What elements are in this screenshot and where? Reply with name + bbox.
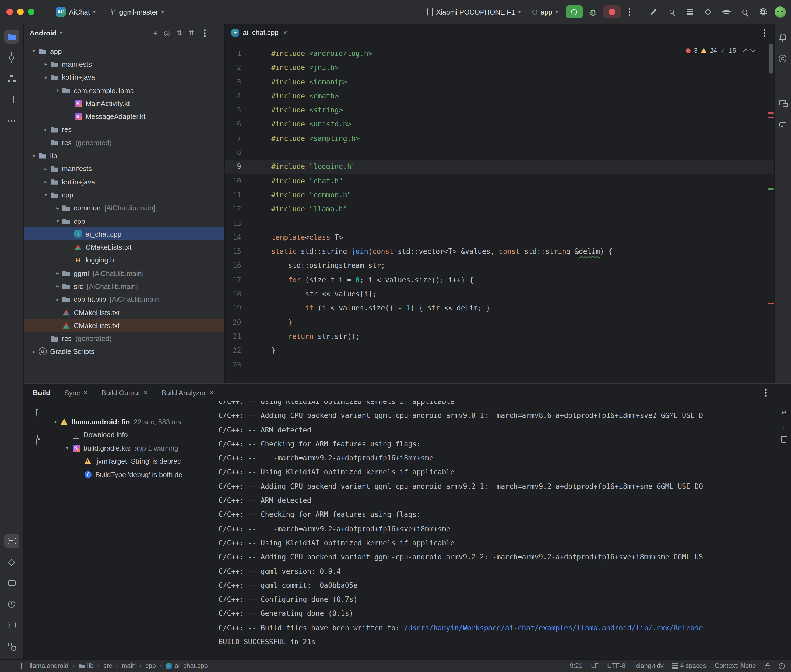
inspections-widget[interactable]: 3 24 ✓ 15 — [682, 46, 757, 55]
more-actions-icon[interactable] — [626, 6, 633, 17]
line-number[interactable]: 15 — [225, 245, 241, 259]
tree-item-download-info[interactable]: Download info — [47, 428, 208, 442]
breadcrumb-item-lib[interactable]: lib — [78, 662, 94, 670]
search-everywhere-icon[interactable] — [738, 5, 752, 18]
commit-tool-button[interactable] — [4, 51, 19, 64]
breadcrumb-item-main[interactable]: main — [122, 662, 136, 670]
tree-item-cmakelists-txt[interactable]: CMakeLists.txt — [24, 306, 225, 319]
line-number[interactable]: 12 — [225, 203, 241, 217]
line-number[interactable]: 10 — [225, 174, 241, 188]
error-stripe-mark[interactable] — [768, 188, 773, 190]
line-number[interactable]: 20 — [225, 315, 241, 330]
tree-item-llama-android-fin[interactable]: ▾llama.android: fin22 sec, 583 ms — [47, 415, 208, 428]
close-window-button[interactable] — [6, 9, 13, 15]
line-number[interactable]: 17 — [225, 273, 241, 288]
code-line[interactable]: 15static std::string join(const std::vec… — [225, 245, 774, 259]
code-line[interactable]: 8 — [225, 146, 774, 160]
prev-issue-icon[interactable] — [743, 49, 748, 54]
scroll-to-end-icon[interactable]: ↓ — [782, 423, 786, 429]
branch-widget[interactable]: ggml-master ▾ — [105, 4, 168, 20]
line-number[interactable]: 13 — [225, 216, 241, 231]
tree-item-logging-h[interactable]: logging.h — [24, 254, 225, 267]
tree-item-manifests[interactable]: ▸manifests — [24, 58, 225, 71]
code-line[interactable]: 4#include <cmath> — [225, 89, 774, 104]
build-tab-build-output[interactable]: Build Output× — [101, 389, 148, 397]
tree-item-common[interactable]: ▸common[AiChat.lib.main] — [24, 202, 225, 214]
status-item-9-21[interactable]: 9:21 — [570, 662, 582, 670]
view-options-icon[interactable] — [35, 438, 37, 446]
search-actions-icon[interactable] — [664, 5, 679, 18]
editor-tab-ai-chat-cpp[interactable]: ai_chat.cpp × — [225, 24, 294, 41]
tree-item-lib[interactable]: ▾lib — [24, 149, 225, 162]
code-line[interactable]: 11#include "common.h" — [225, 188, 774, 203]
close-icon[interactable]: × — [144, 389, 148, 396]
status-item-lf[interactable]: LF — [591, 662, 598, 670]
logcat-tool-button[interactable] — [4, 534, 19, 548]
layout-inspector-tool-button[interactable] — [775, 96, 790, 110]
line-number[interactable]: 5 — [225, 103, 241, 117]
breadcrumb-item-cpp[interactable]: cpp — [145, 662, 156, 670]
project-widget[interactable]: AC AiChat ▾ — [52, 4, 100, 20]
code-line[interactable]: 21 return str.str(); — [225, 330, 774, 344]
device-selector[interactable]: Xiaomi POCOPHONE F1 ▾ — [423, 4, 525, 20]
tree-item-res[interactable]: res(generated) — [24, 332, 225, 345]
tree-item-res[interactable]: ▸res — [24, 123, 225, 136]
close-icon[interactable]: × — [84, 389, 87, 396]
error-stripe-mark[interactable] — [768, 303, 773, 304]
code-line[interactable]: 3#include <iomanip> — [225, 75, 774, 89]
tree-item-cpp-httplib[interactable]: ▸cpp-httplib[AiChat.lib.main] — [24, 293, 225, 306]
status-item-clang-tidy[interactable]: .clang-tidy — [634, 662, 663, 670]
running-devices-tool-button[interactable] — [4, 576, 19, 590]
stop-button[interactable] — [603, 5, 620, 18]
ai-assistant-icon[interactable] — [646, 5, 660, 18]
run-button[interactable] — [565, 5, 583, 18]
soft-wrap-icon[interactable]: ↵ — [781, 409, 787, 416]
code-line[interactable]: 18 str << values[i]; — [225, 287, 774, 301]
tree-item-src[interactable]: ▸src[AiChat.lib.main] — [24, 280, 225, 293]
more-tool-windows-button[interactable] — [4, 114, 19, 128]
line-number[interactable]: 22 — [225, 344, 241, 358]
settings-gear-icon[interactable] — [756, 5, 770, 18]
collapse-all-icon[interactable]: ⇈ — [189, 29, 194, 37]
terminal-tool-button[interactable] — [4, 618, 19, 632]
user-avatar[interactable] — [774, 6, 786, 18]
line-number[interactable]: 11 — [225, 188, 241, 203]
device-mirroring-icon[interactable] — [719, 5, 733, 18]
line-number[interactable]: 14 — [225, 231, 241, 245]
code-line[interactable]: 7#include <sampling.h> — [225, 132, 774, 146]
console-link[interactable]: /Users/hanyin/Workspace/ai-chat/examples… — [404, 624, 703, 632]
problems-tool-button[interactable] — [4, 597, 19, 611]
add-icon[interactable]: + — [153, 29, 157, 37]
tree-item-res[interactable]: res(generated) — [24, 136, 225, 149]
debug-button[interactable] — [586, 5, 600, 18]
app-inspection-tool-button[interactable] — [4, 555, 19, 569]
line-number[interactable]: 4 — [225, 89, 241, 104]
code-line[interactable]: 22} — [225, 344, 774, 358]
run-config-selector[interactable]: app ▾ — [528, 4, 562, 20]
expand-all-icon[interactable]: ⇅ — [176, 29, 182, 37]
code-line[interactable]: 16 std::ostringstream str; — [225, 259, 774, 273]
tree-item-cmakelists-txt[interactable]: CMakeLists.txt — [24, 241, 225, 254]
tree-item-mainactivity-kt[interactable]: MainActivity.kt — [24, 97, 225, 110]
version-control-tool-button[interactable] — [4, 639, 19, 653]
line-number[interactable]: 6 — [225, 117, 241, 132]
tree-item-com-example-llama[interactable]: ▾com.example.llama — [24, 84, 225, 97]
code-line[interactable]: 17 for (size_t i = 0; i < values.size();… — [225, 273, 774, 288]
chevron-down-icon[interactable]: ▾ — [60, 30, 62, 35]
code-line[interactable]: 6#include <unistd.h> — [225, 117, 774, 132]
line-number[interactable]: 2 — [225, 61, 241, 75]
line-number[interactable]: 7 — [225, 132, 241, 146]
line-number[interactable]: 16 — [225, 259, 241, 273]
hide-build-panel-icon[interactable]: − — [780, 389, 783, 397]
close-icon[interactable]: × — [283, 29, 287, 36]
lock-status-icon[interactable] — [765, 663, 770, 669]
locate-file-icon[interactable]: ◎ — [164, 29, 170, 37]
code-line[interactable]: 5#include <string> — [225, 103, 774, 117]
tree-item-gradle-scripts[interactable]: ▸Gradle Scripts — [24, 345, 225, 358]
options-menu-icon[interactable] — [201, 27, 209, 38]
pull-requests-tool-button[interactable] — [4, 93, 19, 107]
code-line[interactable]: 9#include "logging.h" — [225, 160, 774, 174]
build-tab-build-analyzer[interactable]: Build Analyzer× — [162, 389, 213, 397]
code-line[interactable]: 10#include "chat.h" — [225, 174, 774, 188]
tree-item-build-gradle-kts[interactable]: ▾build.gradle.ktsapp 1 warning — [47, 442, 208, 455]
